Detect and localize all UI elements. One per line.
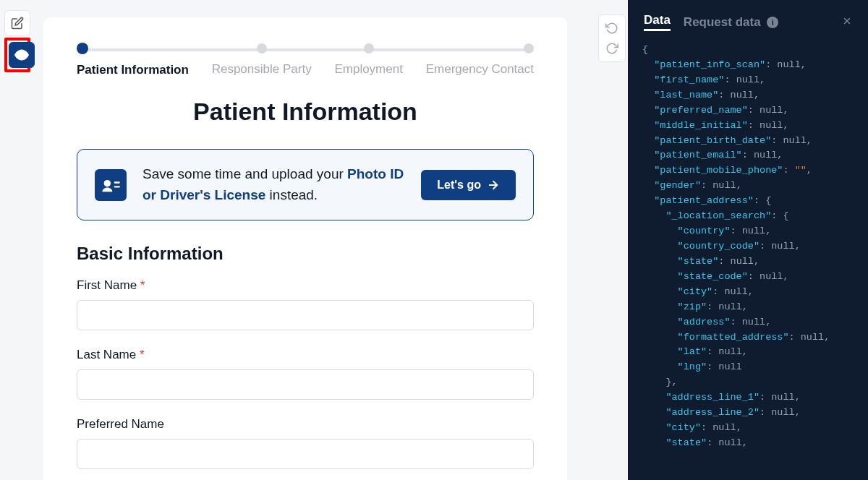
svg-point-0 <box>20 53 24 57</box>
redo-icon <box>605 42 618 55</box>
close-icon <box>842 16 852 26</box>
svg-rect-2 <box>114 181 120 183</box>
last-name-label: Last Name * <box>77 348 534 362</box>
info-icon: i <box>767 17 778 28</box>
page-title: Patient Information <box>77 98 534 126</box>
edit-mode-button[interactable] <box>4 10 30 36</box>
step-label: Emergency Contact <box>426 62 534 77</box>
upload-banner-text: Save some time and upload your Photo ID … <box>142 164 405 205</box>
edit-icon <box>11 17 24 30</box>
history-rail <box>596 0 628 480</box>
form-card: Patient Information Responsible Party Em… <box>43 17 567 480</box>
first-name-input[interactable] <box>77 300 534 330</box>
upload-id-banner: Save some time and upload your Photo ID … <box>77 149 534 220</box>
last-name-input[interactable] <box>77 369 534 400</box>
redo-button[interactable] <box>602 38 622 59</box>
arrow-right-icon <box>487 179 500 192</box>
step-employment[interactable]: Employment <box>334 43 402 77</box>
preview-highlight <box>4 38 30 72</box>
id-card-icon <box>95 169 127 201</box>
step-label: Employment <box>334 62 402 77</box>
form-scroll[interactable]: Patient Information Responsible Party Em… <box>35 0 596 480</box>
eye-icon <box>14 48 29 62</box>
undo-button[interactable] <box>602 18 622 38</box>
json-viewer[interactable]: { "patient_info_scan": null, "first_name… <box>628 40 868 480</box>
data-panel: Data Request data i { "patient_info_scan… <box>628 0 868 480</box>
tool-rail <box>0 0 35 480</box>
step-emergency-contact[interactable]: Emergency Contact <box>426 43 534 77</box>
tab-data[interactable]: Data <box>644 13 671 31</box>
preferred-name-input[interactable] <box>77 439 534 469</box>
first-name-label: First Name * <box>77 278 534 293</box>
step-patient-information[interactable]: Patient Information <box>77 43 189 77</box>
lets-go-button[interactable]: Let's go <box>421 170 516 200</box>
preferred-name-label: Preferred Name <box>77 417 534 432</box>
stepper: Patient Information Responsible Party Em… <box>77 43 534 77</box>
undo-icon <box>605 22 618 35</box>
step-responsible-party[interactable]: Responsible Party <box>212 43 312 77</box>
tab-request-data[interactable]: Request data i <box>684 15 778 30</box>
step-label: Responsible Party <box>212 62 312 77</box>
step-label: Patient Information <box>77 63 189 77</box>
close-panel-button[interactable] <box>842 14 852 30</box>
lets-go-label: Let's go <box>437 179 481 192</box>
section-title: Basic Information <box>77 244 534 264</box>
svg-point-1 <box>104 180 111 187</box>
svg-rect-3 <box>114 186 120 187</box>
preview-mode-button[interactable] <box>9 42 35 68</box>
